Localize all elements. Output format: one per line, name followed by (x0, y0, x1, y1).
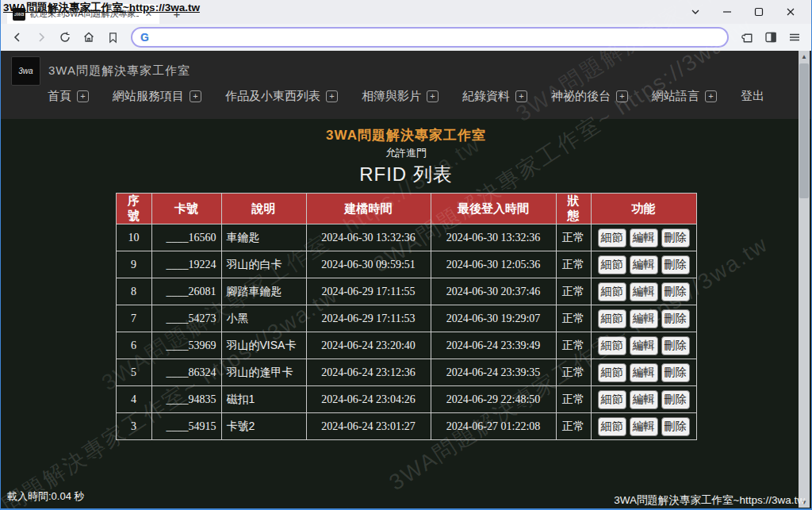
cell-last-login-time: 2024-06-30 20:37:46 (431, 278, 556, 305)
edit-button[interactable]: 編輯 (630, 390, 658, 409)
edit-button[interactable]: 編輯 (630, 228, 658, 247)
nav-expand-plus-icon[interactable]: + (427, 90, 439, 102)
nav-item-label: 網站服務項目 (113, 89, 184, 104)
scroll-up-arrow-icon[interactable]: ▲ (799, 51, 810, 62)
cell-created-time: 2024-06-24 23:20:40 (306, 332, 431, 359)
edit-button[interactable]: 編輯 (630, 255, 658, 274)
cell-seq: 8 (116, 278, 151, 305)
site-logo[interactable]: 3wa (11, 56, 40, 86)
delete-button[interactable]: 刪除 (661, 390, 690, 409)
nav-item-label: 相簿與影片 (362, 89, 421, 104)
table-row: 5 ____86324 羽山的逢甲卡 2024-06-24 23:12:36 2… (116, 359, 696, 386)
cell-last-login-time: 2024-06-29 22:48:50 (431, 386, 556, 413)
cell-actions: 細節編輯刪除 (591, 413, 696, 440)
nav-expand-plus-icon[interactable]: + (77, 90, 89, 102)
nav-item-label: 神祕的後台 (551, 89, 611, 104)
cell-last-login-time: 2024-06-30 13:32:36 (431, 224, 556, 251)
col-header-card: 卡號 (151, 194, 221, 224)
edit-button[interactable]: 編輯 (630, 336, 658, 355)
table-row: 7 ____54273 小黑 2024-06-29 17:11:53 2024-… (116, 305, 696, 332)
nav-item-label: 作品及小東西列表 (225, 89, 320, 104)
load-time-status: 載入時間:0.04 秒 (7, 489, 85, 504)
nav-expand-plus-icon[interactable]: + (705, 90, 717, 102)
cell-actions: 細節編輯刪除 (591, 224, 696, 251)
maximize-button[interactable] (743, 0, 775, 24)
extensions-icon[interactable] (737, 27, 757, 48)
delete-button[interactable]: 刪除 (661, 417, 690, 436)
cell-last-login-time: 2024-06-24 23:39:35 (431, 359, 556, 386)
details-button[interactable]: 細節 (598, 390, 626, 409)
nav-item[interactable]: 網站語言 + (652, 89, 717, 104)
cell-created-time: 2024-06-29 17:11:55 (306, 278, 431, 305)
nav-item[interactable]: 登出 (741, 89, 764, 104)
minimize-button[interactable] (711, 0, 743, 24)
delete-button[interactable]: 刪除 (661, 228, 690, 247)
cell-card-number: ____19224 (151, 251, 221, 278)
new-tab-button[interactable]: + (169, 6, 185, 21)
nav-item[interactable]: 網站服務項目 + (113, 89, 201, 104)
delete-button[interactable]: 刪除 (661, 309, 690, 328)
edit-button[interactable]: 編輯 (630, 309, 658, 328)
details-button[interactable]: 細節 (598, 309, 626, 328)
browser-tab[interactable]: 3wa 歡迎來到3WA問題解決專家工... ✕ (7, 4, 159, 24)
close-window-button[interactable] (775, 0, 806, 24)
cell-created-time: 2024-06-24 23:12:36 (306, 359, 431, 386)
scrollbar-thumb[interactable] (799, 63, 809, 198)
details-button[interactable]: 細節 (598, 417, 626, 436)
edit-button[interactable]: 編輯 (630, 282, 658, 301)
table-row: 8 ____26081 腳踏車鑰匙 2024-06-29 17:11:55 20… (116, 278, 696, 305)
table-row: 3 ____54915 卡號2 2024-06-24 23:01:27 2024… (116, 413, 696, 440)
details-button[interactable]: 細節 (598, 228, 626, 247)
menu-icon[interactable] (784, 27, 805, 48)
nav-item[interactable]: 紀錄資料 + (462, 89, 527, 104)
nav-item-label: 登出 (741, 89, 764, 104)
delete-button[interactable]: 刪除 (661, 255, 690, 274)
nav-expand-plus-icon[interactable]: + (190, 90, 201, 102)
cell-actions: 細節編輯刪除 (591, 332, 696, 359)
status-badge: 正常 (556, 359, 591, 386)
nav-item[interactable]: 相簿與影片 + (362, 89, 439, 104)
status-badge: 正常 (556, 305, 591, 332)
reload-button[interactable] (55, 27, 75, 48)
cell-description: 腳踏車鑰匙 (221, 278, 306, 305)
address-bar[interactable]: G (131, 27, 729, 48)
nav-expand-plus-icon[interactable]: + (616, 90, 628, 102)
delete-button[interactable]: 刪除 (661, 363, 690, 382)
tab-title: 歡迎來到3WA問題解決專家工... (30, 8, 139, 20)
cell-description: 車鑰匙 (221, 224, 306, 251)
browser-titlebar: 3wa 歡迎來到3WA問題解決專家工... ✕ + (1, 0, 811, 24)
home-button[interactable] (79, 27, 99, 48)
scroll-down-arrow-icon[interactable]: ▼ (799, 497, 810, 508)
cell-last-login-time: 2024-06-30 12:05:36 (431, 251, 556, 278)
details-button[interactable]: 細節 (598, 282, 626, 301)
details-button[interactable]: 細節 (598, 255, 626, 274)
nav-item-label: 網站語言 (652, 89, 699, 104)
edit-button[interactable]: 編輯 (630, 417, 658, 436)
details-button[interactable]: 細節 (598, 363, 626, 382)
bookmark-icon[interactable] (102, 27, 123, 48)
edit-button[interactable]: 編輯 (630, 363, 658, 382)
nav-expand-plus-icon[interactable]: + (326, 90, 338, 102)
cell-description: 磁扣1 (221, 386, 306, 413)
cell-card-number: ____94835 (151, 386, 221, 413)
tab-close-icon[interactable]: ✕ (144, 9, 154, 19)
delete-button[interactable]: 刪除 (661, 336, 690, 355)
forward-button[interactable] (31, 27, 52, 48)
tab-favicon-icon: 3wa (13, 8, 25, 21)
nav-item[interactable]: 作品及小東西列表 + (225, 89, 338, 104)
cell-seq: 6 (116, 332, 151, 359)
nav-item[interactable]: 首頁 + (48, 89, 89, 104)
col-header-created: 建檔時間 (306, 194, 431, 224)
delete-button[interactable]: 刪除 (661, 282, 690, 301)
nav-expand-plus-icon[interactable]: + (515, 90, 527, 102)
vertical-scrollbar[interactable]: ▲ ▼ (799, 51, 810, 508)
nav-item[interactable]: 神祕的後台 + (551, 89, 628, 104)
split-screen-icon[interactable] (760, 27, 781, 48)
cell-created-time: 2024-06-29 17:11:53 (306, 305, 431, 332)
status-badge: 正常 (556, 224, 591, 251)
tab-search-chevron-icon[interactable] (680, 0, 711, 24)
back-button[interactable] (7, 27, 28, 48)
site-masthead: 3wa 3WA問題解決專家工作室 首頁 + 網站服務項目 + 作品及小東 (1, 51, 811, 119)
main-navigation: 首頁 + 網站服務項目 + 作品及小東西列表 + 相簿與影片 (1, 89, 811, 104)
details-button[interactable]: 細節 (598, 336, 626, 355)
